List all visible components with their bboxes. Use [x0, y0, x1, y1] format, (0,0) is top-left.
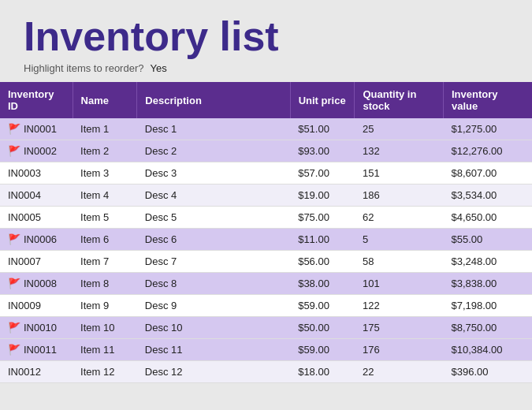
cell-desc: Desc 8	[137, 273, 290, 295]
cell-qty: 186	[355, 184, 444, 207]
cell-name: Item 2	[73, 140, 137, 162]
table-row: IN0003Item 3Desc 3$57.00151$8,607.00	[0, 162, 532, 184]
cell-value: $8,607.00	[443, 162, 532, 184]
flag-icon: 🚩	[8, 344, 20, 356]
cell-value: $10,384.00	[443, 339, 532, 361]
id-value: IN0007	[8, 255, 41, 267]
flag-icon: 🚩	[8, 322, 20, 334]
cell-id: 🚩IN0008	[0, 273, 73, 295]
cell-value: $4,650.00	[443, 207, 532, 229]
cell-desc: Desc 3	[137, 162, 290, 184]
id-value: IN0012	[8, 366, 41, 378]
cell-qty: 122	[355, 295, 444, 317]
cell-id: IN0012	[0, 361, 73, 383]
cell-value: $3,248.00	[443, 251, 532, 273]
id-value: IN0009	[8, 300, 41, 311]
table-row: IN0005Item 5Desc 5$75.0062$4,650.00	[0, 207, 532, 229]
cell-name: Item 9	[73, 295, 137, 317]
flag-icon: 🚩	[8, 278, 20, 289]
cell-value: $1,275.00	[443, 118, 532, 140]
cell-price: $19.00	[290, 184, 355, 207]
cell-qty: 176	[355, 339, 444, 361]
id-value: IN0001	[24, 123, 57, 135]
table-row: 🚩IN0010Item 10Desc 10$50.00175$8,750.00	[0, 317, 532, 339]
cell-name: Item 5	[73, 207, 137, 229]
id-value: IN0003	[8, 167, 41, 179]
table-row: 🚩IN0008Item 8Desc 8$38.00101$3,838.00	[0, 273, 532, 295]
cell-price: $93.00	[290, 140, 355, 162]
cell-qty: 151	[355, 162, 444, 184]
cell-name: Item 12	[73, 361, 137, 383]
table-row: IN0012Item 12Desc 12$18.0022$396.00	[0, 361, 532, 383]
highlight-label: Highlight items to reorder?	[24, 62, 143, 74]
cell-price: $57.00	[290, 162, 355, 184]
cell-name: Item 8	[73, 273, 137, 295]
id-value: IN0011	[24, 344, 57, 356]
cell-qty: 58	[355, 251, 444, 273]
id-value: IN0010	[24, 322, 57, 334]
col-header-qty: Quantity in stock	[355, 82, 444, 118]
cell-desc: Desc 9	[137, 295, 290, 317]
table-row: IN0007Item 7Desc 7$56.0058$3,248.00	[0, 251, 532, 273]
cell-price: $38.00	[290, 273, 355, 295]
table-row: 🚩IN0001Item 1Desc 1$51.0025$1,275.00	[0, 118, 532, 140]
cell-id: 🚩IN0011	[0, 339, 73, 361]
cell-price: $18.00	[290, 361, 355, 383]
cell-desc: Desc 10	[137, 317, 290, 339]
col-header-desc: Description	[137, 82, 290, 118]
cell-name: Item 11	[73, 339, 137, 361]
cell-desc: Desc 6	[137, 229, 290, 251]
cell-desc: Desc 5	[137, 207, 290, 229]
cell-name: Item 10	[73, 317, 137, 339]
cell-desc: Desc 7	[137, 251, 290, 273]
cell-id: 🚩IN0001	[0, 118, 73, 140]
cell-qty: 132	[355, 140, 444, 162]
cell-name: Item 6	[73, 229, 137, 251]
id-value: IN0005	[8, 211, 41, 223]
cell-name: Item 1	[73, 118, 137, 140]
flag-icon: 🚩	[8, 145, 20, 157]
cell-id: IN0005	[0, 207, 73, 229]
cell-qty: 25	[355, 118, 444, 140]
cell-price: $56.00	[290, 251, 355, 273]
cell-qty: 62	[355, 207, 444, 229]
cell-desc: Desc 1	[137, 118, 290, 140]
page-title: Inventory list	[24, 14, 508, 59]
id-value: IN0008	[24, 278, 57, 289]
cell-value: $55.00	[443, 229, 532, 251]
col-header-name: Name	[73, 82, 137, 118]
cell-price: $59.00	[290, 339, 355, 361]
flag-icon: 🚩	[8, 233, 20, 245]
cell-desc: Desc 11	[137, 339, 290, 361]
cell-id: 🚩IN0006	[0, 229, 73, 251]
cell-price: $75.00	[290, 207, 355, 229]
cell-qty: 22	[355, 361, 444, 383]
cell-id: 🚩IN0010	[0, 317, 73, 339]
cell-price: $51.00	[290, 118, 355, 140]
id-value: IN0006	[24, 233, 57, 245]
cell-value: $396.00	[443, 361, 532, 383]
col-header-id: Inventory ID	[0, 82, 73, 118]
cell-name: Item 3	[73, 162, 137, 184]
cell-id: IN0007	[0, 251, 73, 273]
cell-id: IN0009	[0, 295, 73, 317]
col-header-val: Inventory value	[443, 82, 532, 118]
cell-price: $50.00	[290, 317, 355, 339]
subtitle-row: Highlight items to reorder? Yes	[24, 62, 508, 74]
col-header-price: Unit price	[290, 82, 355, 118]
cell-id: 🚩IN0002	[0, 140, 73, 162]
cell-id: IN0004	[0, 184, 73, 207]
inventory-table: Inventory ID Name Description Unit price…	[0, 82, 532, 383]
cell-qty: 175	[355, 317, 444, 339]
table-row: IN0009Item 9Desc 9$59.00122$7,198.00	[0, 295, 532, 317]
flag-icon: 🚩	[8, 123, 20, 135]
cell-value: $3,838.00	[443, 273, 532, 295]
cell-qty: 101	[355, 273, 444, 295]
table-row: 🚩IN0002Item 2Desc 2$93.00132$12,276.00	[0, 140, 532, 162]
cell-name: Item 4	[73, 184, 137, 207]
table-row: 🚩IN0011Item 11Desc 11$59.00176$10,384.00	[0, 339, 532, 361]
highlight-value: Yes	[150, 62, 166, 74]
cell-value: $8,750.00	[443, 317, 532, 339]
cell-desc: Desc 2	[137, 140, 290, 162]
table-row: 🚩IN0006Item 6Desc 6$11.005$55.00	[0, 229, 532, 251]
